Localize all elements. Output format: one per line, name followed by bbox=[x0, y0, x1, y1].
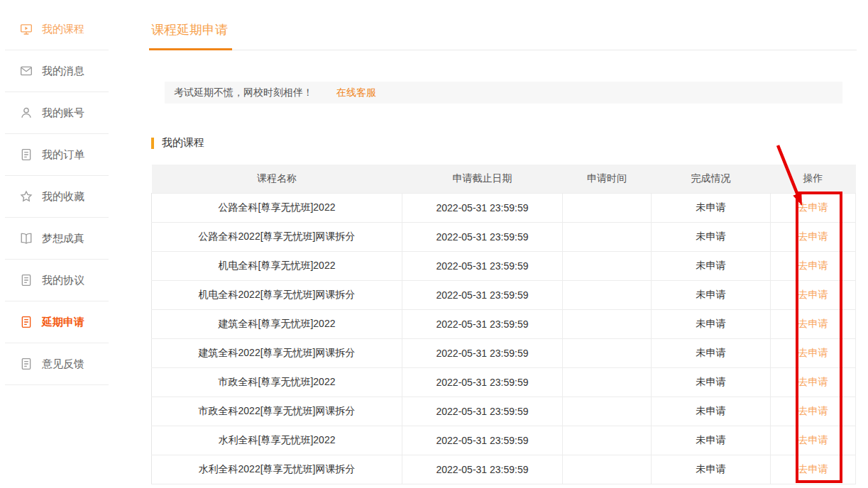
apply-time-cell bbox=[563, 251, 652, 280]
operation-cell: 去申请 bbox=[771, 338, 856, 367]
go-apply-link[interactable]: 去申请 bbox=[798, 201, 828, 213]
status-cell: 未申请 bbox=[652, 309, 771, 338]
deadline-cell: 2022-05-31 23:59:59 bbox=[402, 338, 563, 367]
sidebar-item-label: 我的课程 bbox=[42, 23, 84, 36]
sidebar-item-my-agreements[interactable]: 我的协议 bbox=[5, 260, 109, 301]
apply-time-cell bbox=[563, 309, 652, 338]
sidebar-item-my-courses[interactable]: 我的课程 bbox=[5, 9, 109, 50]
apply-time-cell bbox=[563, 280, 652, 309]
deadline-cell: 2022-05-31 23:59:59 bbox=[402, 367, 563, 396]
course-name-cell: 机电全科2022[尊享无忧班]网课拆分 bbox=[152, 280, 402, 309]
document-icon bbox=[20, 148, 33, 161]
sidebar-item-feedback[interactable]: 意见反馈 bbox=[5, 343, 109, 385]
go-apply-link[interactable]: 去申请 bbox=[798, 318, 828, 329]
sidebar-item-label: 意见反馈 bbox=[42, 357, 84, 371]
course-name-cell: 市政全科[尊享无忧班]2022 bbox=[152, 367, 402, 396]
section-accent-bar bbox=[151, 138, 154, 149]
deadline-cell: 2022-05-31 23:59:59 bbox=[402, 280, 563, 309]
apply-time-cell bbox=[563, 338, 652, 367]
header-operation: 操作 bbox=[771, 165, 856, 193]
apply-time-cell bbox=[563, 367, 652, 396]
course-name-cell: 建筑全科2022[尊享无忧班]网课拆分 bbox=[152, 338, 402, 367]
sidebar-item-my-account[interactable]: 我的账号 bbox=[5, 92, 109, 134]
operation-cell: 去申请 bbox=[771, 426, 856, 455]
go-apply-link[interactable]: 去申请 bbox=[798, 231, 828, 242]
open-book-icon bbox=[20, 232, 33, 245]
operation-cell: 去申请 bbox=[771, 222, 856, 251]
sidebar-item-label: 梦想成真 bbox=[42, 232, 84, 245]
section-title: 我的课程 bbox=[162, 136, 204, 150]
status-cell: 未申请 bbox=[652, 396, 771, 426]
table-row: 公路全科2022[尊享无忧班]网课拆分 2022-05-31 23:59:59 … bbox=[152, 222, 856, 251]
monitor-play-icon bbox=[20, 23, 33, 35]
table-row: 水利全科[尊享无忧班]2022 2022-05-31 23:59:59 未申请 … bbox=[152, 426, 856, 455]
table-row: 机电全科[尊享无忧班]2022 2022-05-31 23:59:59 未申请 … bbox=[152, 251, 856, 280]
status-cell: 未申请 bbox=[652, 222, 771, 251]
header-apply-time: 申请时间 bbox=[563, 165, 652, 193]
account-page: 我的课程 我的消息 我的账号 bbox=[0, 0, 868, 488]
online-service-link[interactable]: 在线客服 bbox=[336, 87, 376, 99]
notice-text: 考试延期不慌，网校时刻相伴！ bbox=[174, 87, 313, 99]
apply-time-cell bbox=[563, 426, 652, 455]
sidebar-item-label: 我的账号 bbox=[42, 106, 84, 120]
table-row: 水利全科2022[尊享无忧班]网课拆分 2022-05-31 23:59:59 … bbox=[152, 455, 856, 484]
status-cell: 未申请 bbox=[652, 251, 771, 280]
status-cell: 未申请 bbox=[652, 426, 771, 455]
tab-active-underline bbox=[149, 48, 232, 50]
go-apply-link[interactable]: 去申请 bbox=[798, 434, 828, 445]
tab-course-extension-application[interactable]: 课程延期申请 bbox=[151, 21, 228, 38]
header-deadline: 申请截止日期 bbox=[402, 165, 563, 193]
apply-time-cell bbox=[563, 455, 652, 484]
course-name-cell: 公路全科[尊享无忧班]2022 bbox=[152, 193, 402, 222]
courses-table: 课程名称 申请截止日期 申请时间 完成情况 操作 公路全科[尊享无忧班]2022… bbox=[151, 165, 856, 484]
sidebar-item-label: 我的收藏 bbox=[42, 190, 84, 204]
table-row: 市政全科2022[尊享无忧班]网课拆分 2022-05-31 23:59:59 … bbox=[152, 396, 856, 426]
table-row: 建筑全科[尊享无忧班]2022 2022-05-31 23:59:59 未申请 … bbox=[152, 309, 856, 338]
apply-time-cell bbox=[563, 193, 652, 222]
apply-time-cell bbox=[563, 222, 652, 251]
deadline-cell: 2022-05-31 23:59:59 bbox=[402, 222, 563, 251]
document-icon bbox=[20, 316, 33, 328]
course-name-cell: 公路全科2022[尊享无忧班]网课拆分 bbox=[152, 222, 402, 251]
sidebar-item-my-favorites[interactable]: 我的收藏 bbox=[5, 176, 109, 218]
operation-cell: 去申请 bbox=[771, 193, 856, 222]
status-cell: 未申请 bbox=[652, 338, 771, 367]
section-my-courses: 我的课程 bbox=[151, 136, 204, 150]
go-apply-link[interactable]: 去申请 bbox=[798, 289, 828, 300]
deadline-cell: 2022-05-31 23:59:59 bbox=[402, 396, 563, 426]
person-icon bbox=[20, 106, 33, 119]
go-apply-link[interactable]: 去申请 bbox=[798, 260, 828, 271]
course-name-cell: 水利全科[尊享无忧班]2022 bbox=[152, 426, 402, 455]
sidebar-item-my-orders[interactable]: 我的订单 bbox=[5, 134, 109, 176]
sidebar-item-dreams-come-true[interactable]: 梦想成真 bbox=[5, 218, 109, 260]
deadline-cell: 2022-05-31 23:59:59 bbox=[402, 455, 563, 484]
sidebar-item-label: 我的订单 bbox=[42, 148, 84, 162]
star-icon bbox=[20, 190, 33, 203]
go-apply-link[interactable]: 去申请 bbox=[798, 463, 828, 475]
go-apply-link[interactable]: 去申请 bbox=[798, 405, 828, 416]
go-apply-link[interactable]: 去申请 bbox=[798, 347, 828, 358]
deadline-cell: 2022-05-31 23:59:59 bbox=[402, 426, 563, 455]
operation-cell: 去申请 bbox=[771, 455, 856, 484]
envelope-icon bbox=[20, 65, 33, 77]
sidebar-item-my-messages[interactable]: 我的消息 bbox=[5, 50, 109, 92]
table-row: 建筑全科2022[尊享无忧班]网课拆分 2022-05-31 23:59:59 … bbox=[152, 338, 856, 367]
operation-cell: 去申请 bbox=[771, 309, 856, 338]
sidebar-item-label: 延期申请 bbox=[42, 316, 84, 329]
operation-cell: 去申请 bbox=[771, 251, 856, 280]
header-course-name: 课程名称 bbox=[152, 165, 402, 193]
header-completion-status: 完成情况 bbox=[652, 165, 771, 193]
go-apply-link[interactable]: 去申请 bbox=[798, 376, 828, 387]
header-divider bbox=[149, 50, 857, 50]
sidebar-item-label: 我的协议 bbox=[42, 274, 84, 287]
status-cell: 未申请 bbox=[652, 280, 771, 309]
table-row: 机电全科2022[尊享无忧班]网课拆分 2022-05-31 23:59:59 … bbox=[152, 280, 856, 309]
document-icon bbox=[20, 357, 33, 370]
status-cell: 未申请 bbox=[652, 367, 771, 396]
course-name-cell: 水利全科2022[尊享无忧班]网课拆分 bbox=[152, 455, 402, 484]
status-cell: 未申请 bbox=[652, 455, 771, 484]
sidebar-item-extension-application[interactable]: 延期申请 bbox=[5, 301, 109, 343]
deadline-cell: 2022-05-31 23:59:59 bbox=[402, 251, 563, 280]
operation-cell: 去申请 bbox=[771, 280, 856, 309]
operation-cell: 去申请 bbox=[771, 396, 856, 426]
